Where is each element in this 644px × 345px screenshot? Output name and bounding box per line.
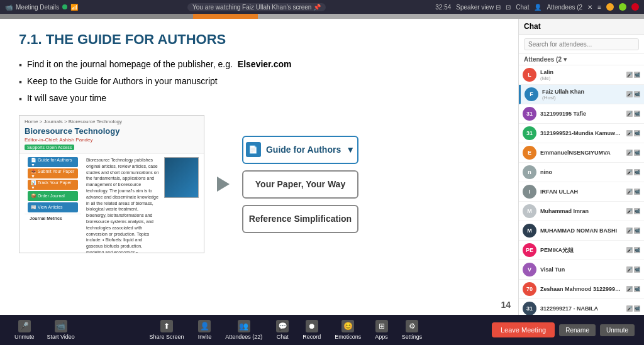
share-screen-button[interactable]: ⬆ Share Screen xyxy=(145,319,189,341)
speaker-view-icon: ⊟ xyxy=(496,4,501,11)
expand-icon[interactable]: ⊡ xyxy=(506,4,511,11)
chat-panel: Chat Attendees (2 ▾ L Lalin (Me) 🎤 📹 F F… xyxy=(518,19,644,315)
vid-icon: 📹 xyxy=(634,286,640,292)
maximize-btn[interactable] xyxy=(619,3,626,11)
attendees-list: L Lalin (Me) 🎤 📹 F Faiz Ullah Khan (Host… xyxy=(519,65,644,315)
attendee-icons: 🎤 📹 xyxy=(626,286,640,292)
attendee-name: PEMIKA光姐 xyxy=(540,246,623,255)
attendee-info: PEMIKA光姐 xyxy=(540,246,623,255)
attendee-name: MUHAMMAD NOMAN BASHI xyxy=(540,227,623,234)
attendee-item: V Visal Tun 🎤 📹 xyxy=(519,260,644,280)
attendee-avatar: PE xyxy=(523,243,536,257)
preview-body: 📄 Guide for Authors ▼ 📤 Submit Your Pape… xyxy=(19,154,204,253)
attendee-icons: 🎤 📹 xyxy=(626,72,640,78)
bullet-1-highlight: Elsevier.com xyxy=(238,59,292,69)
vid-icon: 📹 xyxy=(634,91,640,97)
mic-icon: 🎤 xyxy=(626,91,633,97)
slide-title: 7.1. THE GUIDE FOR AUTHORS xyxy=(19,31,499,48)
journal-preview: Home > Journals > Bioresource Technology… xyxy=(19,115,204,253)
mic-icon: 🎤 xyxy=(626,72,633,78)
attendee-item: L Lalin (Me) 🎤 📹 xyxy=(519,65,644,85)
slide-number: 14 xyxy=(501,300,511,310)
rename-button[interactable]: Rename xyxy=(559,324,596,336)
your-paper-your-way-button[interactable]: Your Paper, Your Way xyxy=(242,170,358,199)
attendees-icon: 👥 xyxy=(238,320,250,332)
meeting-timer: 32:54 xyxy=(435,4,451,11)
attendee-info: 3121999195 Tafie xyxy=(540,111,623,117)
attendee-icons: 🎤 📹 xyxy=(626,130,640,136)
bullet-3: It will save your time xyxy=(19,93,499,104)
attendee-icons: 🎤 📹 xyxy=(626,305,640,312)
emoticons-button[interactable]: 😊 Emoticons xyxy=(330,319,366,341)
chat-icon: 💬 xyxy=(276,320,289,332)
unmute-right-button[interactable]: Unmute xyxy=(600,324,635,336)
vid-icon: 📹 xyxy=(634,208,640,214)
invite-icon: 👤 xyxy=(198,320,211,332)
mic-icon: 🎤 xyxy=(626,169,633,175)
settings-button[interactable]: ⚙ Settings xyxy=(397,319,428,341)
attendees-header[interactable]: Attendees (2 ▾ xyxy=(519,54,644,65)
meeting-left: 📹 Meeting Details 📶 xyxy=(5,4,78,11)
chat-label[interactable]: Chat xyxy=(516,4,529,11)
settings-icon: ⚙ xyxy=(406,320,418,332)
slide-area: 7.1. THE GUIDE FOR AUTHORS Find it on th… xyxy=(0,19,518,315)
preview-container: Home > Journals > Bioresource Technology… xyxy=(19,115,499,253)
sidebar-btn-track: 📊 Track Your Paper ▼ xyxy=(28,180,78,190)
attendee-info: Zeshaan Mahmood 3122999170 xyxy=(540,286,623,292)
attendee-name: IRFAN ULLAH xyxy=(540,189,623,195)
close-btn[interactable] xyxy=(631,3,639,11)
attendee-info: IRFAN ULLAH xyxy=(540,189,623,195)
attendee-info: nino xyxy=(540,169,623,175)
attendee-avatar: M xyxy=(523,224,536,238)
sidebar-btn-view: 📰 View Articles xyxy=(28,202,78,212)
reference-simplification-button[interactable]: Reference Simplification xyxy=(242,205,358,233)
close-meeting-icon[interactable]: ✕ xyxy=(587,4,592,11)
attendees-count-label[interactable]: Attendees (2 xyxy=(547,4,582,11)
guide-btn-chevron: ▼ xyxy=(346,145,355,155)
progress-segment-3 xyxy=(258,14,644,19)
toolbar-center-buttons: ⬆ Share Screen 👤 Invite 👥 Attendees (22)… xyxy=(145,319,428,341)
progress-segment-2 xyxy=(193,14,257,19)
record-label: Record xyxy=(303,334,321,340)
preview-journal-title: Bioresource Technology xyxy=(25,126,199,136)
apps-button[interactable]: ⊞ Apps xyxy=(370,319,393,341)
apps-icon: ⊞ xyxy=(375,320,388,332)
chat-button[interactable]: 💬 Chat xyxy=(271,319,294,341)
search-input[interactable] xyxy=(524,38,639,50)
attendee-icons: 🎤 📹 xyxy=(626,150,640,156)
start-video-button[interactable]: 📹 Start Video xyxy=(42,319,80,341)
attendee-avatar: V xyxy=(523,263,536,277)
sidebar-btn-submit: 📤 Submit Your Paper ▼ xyxy=(28,168,78,178)
record-button[interactable]: ⏺ Record xyxy=(297,319,326,341)
attendees-label: Attendees (22) xyxy=(225,334,262,340)
mic-icon: 🎤 xyxy=(626,227,633,234)
main-layout: 7.1. THE GUIDE FOR AUTHORS Find it on th… xyxy=(0,19,644,315)
attendees-button[interactable]: 👥 Attendees (22) xyxy=(220,319,267,341)
attendee-item: I IRFAN ULLAH 🎤 📹 xyxy=(519,182,644,202)
attendee-name: Visal Tun xyxy=(540,266,623,273)
bullet-3-text: It will save your time xyxy=(27,93,106,103)
attendee-icons: 🎤 📹 xyxy=(626,189,640,195)
preview-editor: Editor-in-Chief: Ashish Pandey xyxy=(25,137,199,143)
more-options-icon[interactable]: ≡ xyxy=(597,4,601,11)
vid-icon: 📹 xyxy=(634,266,640,273)
mic-icon: 🎤 xyxy=(626,208,633,214)
preview-badge: Supports Open Access xyxy=(25,145,74,150)
guide-for-authors-button[interactable]: 📄 Guide for Authors ▼ xyxy=(242,136,358,164)
invite-button[interactable]: 👤 Invite xyxy=(193,319,217,341)
vid-icon: 📹 xyxy=(634,227,640,234)
mic-icon: 🎤 xyxy=(626,247,633,253)
attendee-icons: 🎤 📹 xyxy=(626,91,640,97)
mic-icon: 🎤 xyxy=(626,130,633,136)
speaker-view[interactable]: Speaker view ⊟ xyxy=(456,4,501,11)
attendee-info: 3122999217 - NABILA xyxy=(540,305,623,312)
unmute-label: Unmute xyxy=(14,334,35,340)
mic-icon: 🎤 xyxy=(626,150,633,156)
unmute-button[interactable]: 🎤 Unmute xyxy=(9,319,40,341)
attendee-avatar: L xyxy=(523,68,536,82)
minimize-btn[interactable] xyxy=(606,3,614,11)
bullet-1-text: Find it on the journal homepage of the p… xyxy=(27,59,233,69)
leave-meeting-button[interactable]: Leave Meeting xyxy=(492,322,555,337)
attendee-info: Lalin (Me) xyxy=(540,69,623,81)
vid-icon: 📹 xyxy=(634,189,640,195)
